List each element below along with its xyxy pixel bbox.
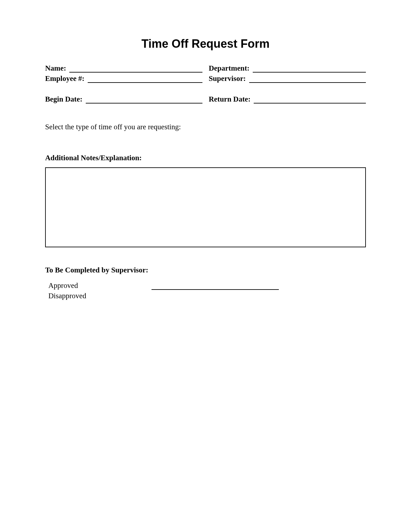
name-input[interactable] <box>69 64 202 73</box>
department-field-row: Department: <box>209 64 366 73</box>
begin-date-label: Begin Date: <box>45 95 83 103</box>
return-date-field-row: Return Date: <box>209 95 366 103</box>
approved-row: Approved <box>48 281 366 290</box>
employee-info-grid: Name: Department: Employee #: Supervisor… <box>45 64 366 83</box>
select-type-text: Select the type of time off you are requ… <box>45 123 366 131</box>
supervisor-section-label: To Be Completed by Supervisor: <box>45 266 366 274</box>
form-title: Time Off Request Form <box>45 37 366 51</box>
supervisor-section: To Be Completed by Supervisor: Approved … <box>45 266 366 300</box>
department-label: Department: <box>209 64 250 73</box>
notes-label: Additional Notes/Explanation: <box>45 154 366 162</box>
notes-textarea[interactable] <box>45 167 366 247</box>
department-input[interactable] <box>253 64 366 73</box>
disapproved-label: Disapproved <box>48 292 86 300</box>
return-date-label: Return Date: <box>209 95 251 103</box>
begin-date-field-row: Begin Date: <box>45 95 202 103</box>
name-field-row: Name: <box>45 64 202 73</box>
employee-num-field-row: Employee #: <box>45 74 202 83</box>
employee-num-label: Employee #: <box>45 74 84 83</box>
disapproved-row: Disapproved <box>48 292 366 300</box>
supervisor-input[interactable] <box>249 74 366 83</box>
signature-input[interactable] <box>152 281 279 290</box>
supervisor-field-row: Supervisor: <box>209 74 366 83</box>
supervisor-label: Supervisor: <box>209 74 246 83</box>
begin-date-input[interactable] <box>86 95 202 103</box>
date-grid: Begin Date: Return Date: <box>45 95 366 103</box>
return-date-input[interactable] <box>254 95 366 103</box>
name-label: Name: <box>45 64 66 73</box>
approved-label: Approved <box>48 281 152 290</box>
employee-num-input[interactable] <box>88 74 202 83</box>
